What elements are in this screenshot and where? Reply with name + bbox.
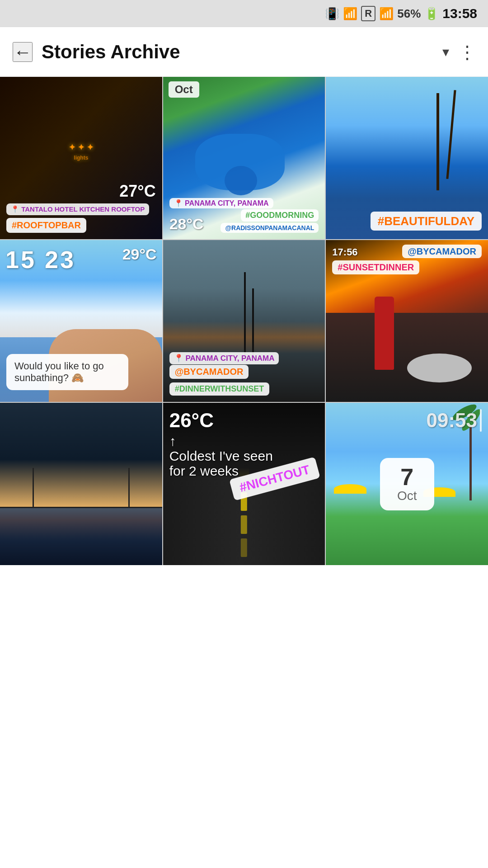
status-bar: 📳 📶 R 📶 56% 🔋 13:58	[0, 0, 488, 27]
story-item-5[interactable]: 📍 PANAMA CITY, PANAMA @BYCAMADOR #DINNER…	[163, 240, 325, 402]
story-5-location: 📍 PANAMA CITY, PANAMA	[169, 352, 279, 364]
stories-grid: ✦ ✦ ✦ lights 27°C 📍 TANTALO HOTEL KITCHE…	[0, 77, 488, 565]
story-2-location: 📍 PANAMA CITY, PANAMA	[169, 198, 273, 208]
story-item-8[interactable]: 26°C ↑Coldest I've seenfor 2 weeks #NICH…	[163, 403, 325, 565]
status-time: 13:58	[442, 6, 477, 21]
story-2-month: Oct	[169, 81, 199, 98]
story-9-date-badge: 7 Oct	[380, 458, 434, 510]
story-1-temp: 27°C	[119, 182, 155, 200]
story-item-7[interactable]	[0, 403, 162, 565]
roaming-icon: R	[361, 6, 375, 21]
story-6-handle: @BYCAMADOR	[402, 245, 482, 258]
story-1-location: 📍 TANTALO HOTEL KITCHEN ROOFTOP	[6, 203, 149, 215]
story-6-sunset-tag: #SUNSETDINNER	[332, 260, 419, 274]
back-button[interactable]: ←	[13, 42, 33, 62]
story-3-hashtag: #BEAUTIFULDAY	[371, 212, 482, 231]
story-item-6[interactable]: 17:56 #SUNSETDINNER @BYCAMADOR	[326, 240, 488, 402]
status-icons: 📳 📶 R 📶 56% 🔋 13:58	[325, 6, 477, 21]
vibrate-icon: 📳	[325, 7, 339, 21]
story-4-question: Would you like to go sunbathing? 🙈	[6, 354, 128, 390]
story-item-2[interactable]: Oct 📍 PANAMA CITY, PANAMA 28°C #GOODMORN…	[163, 77, 325, 239]
story-9-month: Oct	[394, 489, 421, 503]
story-2-hashtag: #GOODMORNING	[241, 209, 319, 222]
story-item-4[interactable]: 15 23 29°C Would you like to go sunbathi…	[0, 240, 162, 402]
story-9-day: 7	[394, 465, 421, 489]
story-2-temp: 28°C	[169, 215, 204, 233]
dropdown-icon[interactable]: ▾	[442, 44, 449, 60]
signal-icon: 📶	[379, 7, 394, 21]
story-5-hashtag: #DINNERWITHSUNSET	[169, 382, 270, 396]
battery-text: 56%	[397, 7, 421, 21]
story-4-temp: 29°C	[122, 245, 157, 263]
story-2-handle: @RADISSONPANAMACANAL	[221, 223, 319, 233]
story-9-clock: 09:53	[426, 409, 477, 432]
story-item-1[interactable]: ✦ ✦ ✦ lights 27°C 📍 TANTALO HOTEL KITCHE…	[0, 77, 162, 239]
app-bar: ← Stories Archive ▾ ⋮	[0, 27, 488, 77]
battery-icon: 🔋	[424, 7, 439, 21]
story-1-hashtag: #ROOFTOPBAR	[6, 218, 86, 233]
story-5-handle: @BYCAMADOR	[169, 365, 249, 379]
story-8-temp: 26°C	[169, 409, 273, 432]
more-options-icon[interactable]: ⋮	[458, 42, 475, 62]
story-4-time: 15 23	[5, 246, 75, 273]
wifi-icon: 📶	[343, 7, 357, 21]
page-title: Stories Archive	[42, 41, 442, 63]
story-item-3[interactable]: #BEAUTIFULDAY	[326, 77, 488, 239]
story-item-9[interactable]: 7 Oct 09:53	[326, 403, 488, 565]
